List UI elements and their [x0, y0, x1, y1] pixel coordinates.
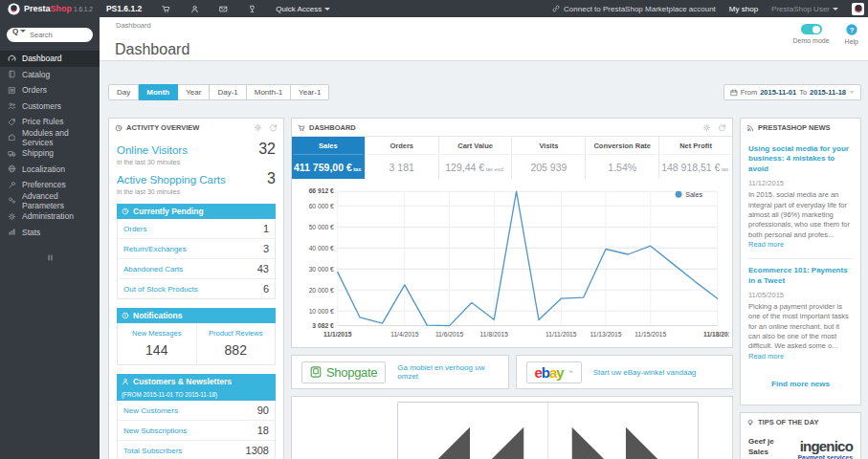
shop-version: PS1.6.1.2 [106, 4, 142, 13]
row-return-exchanges[interactable]: Return/Exchanges 3 [118, 239, 275, 259]
topbar: PrestaShop1.6.1.2 PS1.6.1.2 Quick Access… [0, 0, 868, 17]
online-visitors-label[interactable]: Online Visitors [117, 144, 188, 156]
active-carts-label[interactable]: Active Shopping Carts [117, 174, 226, 186]
page-title: Dashboard [115, 41, 189, 58]
svg-text:?: ? [849, 26, 854, 34]
row-out-of-stock-products[interactable]: Out of Stock Products 6 [118, 279, 275, 298]
my-shop-link[interactable]: My shop [729, 5, 758, 13]
range-button-month-1[interactable]: Month-1 [247, 84, 291, 100]
kpi-value: 129,44 € tax excl. [441, 162, 510, 173]
tips-of-the-day-panel: TIPS OF THE DAY ingenico Payment service… [740, 412, 861, 459]
chevron-down-icon [849, 91, 855, 94]
gear-icon[interactable] [254, 123, 262, 132]
date-range-button-group: DayMonthYearDay-1Month-1Year-1 [108, 84, 329, 100]
refresh-icon[interactable] [718, 123, 726, 132]
svg-text:11/4/2015: 11/4/2015 [390, 331, 419, 338]
sidebar-item-stats[interactable]: Stats [0, 225, 100, 241]
range-button-year-1[interactable]: Year-1 [291, 84, 329, 100]
customers-icon [8, 101, 16, 110]
sidebar-item-shipping[interactable]: Shipping [0, 145, 100, 162]
sidebar-item-modules-and-services[interactable]: Modules and Services [0, 130, 100, 146]
online-visitors-subtext: in the last 30 minutes [117, 159, 276, 165]
quick-access-label: Quick Access [276, 5, 322, 13]
cell-new-messages[interactable]: New Messages 144 [118, 323, 196, 364]
kpi-tab-visits[interactable]: Visits 205 939 [512, 137, 586, 179]
read-more-link[interactable]: Read more [748, 352, 784, 361]
forecast-nav [397, 402, 699, 459]
sidebar-item-label: Localization [22, 164, 65, 174]
sidebar-item-localization[interactable]: Localization [0, 162, 100, 178]
svg-text:Sales: Sales [685, 191, 702, 199]
brand-presta: Presta [24, 4, 51, 13]
sidebar-collapse-button[interactable] [0, 253, 100, 262]
notifications-header: Notifications [117, 308, 276, 323]
row-abandoned-carts[interactable]: Abandoned Carts 43 [118, 259, 275, 279]
sidebar-item-dashboard[interactable]: Dashboard [0, 51, 100, 67]
list-item-label: Total Subscribers [123, 447, 182, 455]
sidebar-menu: Dashboard Catalog Orders Customers Price… [0, 51, 100, 240]
user-menu[interactable]: PrestaShop User [771, 5, 838, 13]
sidebar-item-label: Advanced Parameters [22, 191, 100, 210]
ebay-trademark: ™ [568, 369, 573, 375]
date-range-picker[interactable]: From 2015-11-01 To 2015-11-18 [723, 84, 861, 100]
exclamation-icon [122, 312, 129, 319]
sidebar-item-catalog[interactable]: Catalog [0, 67, 100, 83]
row-orders[interactable]: Orders 1 [118, 219, 275, 239]
notification-label: New Messages [120, 329, 194, 338]
ingenico-logo-subtext: Payment services [798, 454, 853, 459]
sidebar-item-orders[interactable]: Orders [0, 82, 100, 98]
kpi-label: Conversion Rate [588, 137, 657, 155]
range-button-month[interactable]: Month [139, 84, 178, 100]
messages-shortcut-icon[interactable] [219, 5, 228, 13]
gear-icon[interactable] [702, 123, 711, 132]
article-title[interactable]: Ecommerce 101: Payments in a Tweet [748, 266, 853, 286]
previous-year-button[interactable] [398, 403, 547, 459]
ebay-ad: ebay™ Start uw eBay-winkel vandaag [516, 355, 734, 389]
range-button-day-1[interactable]: Day-1 [210, 84, 246, 100]
list-item-label: New Subscriptions [123, 426, 187, 435]
search-type-dropdown[interactable]: Q [12, 27, 26, 35]
range-button-year[interactable]: Year [178, 84, 210, 100]
shopgate-brand: Shopgate [326, 365, 377, 380]
list-item-label: Out of Stock Products [123, 285, 198, 294]
demo-mode-label: Demo mode [792, 37, 829, 44]
kpi-tab-orders[interactable]: Orders 3 181 [366, 137, 439, 179]
sidebar-item-administration[interactable]: Administration [0, 208, 100, 225]
book-icon [8, 70, 16, 78]
customers-shortcut-icon[interactable] [190, 5, 199, 13]
find-more-news-link[interactable]: Find more news [741, 370, 860, 400]
next-year-button[interactable] [547, 403, 698, 459]
cell-product-reviews[interactable]: Product Reviews 882 [196, 323, 276, 364]
kpi-tab-sales[interactable]: Sales 411 759,00 € tax excl. [292, 137, 366, 179]
row-new-subscriptions[interactable]: New Subscriptions 18 [118, 421, 275, 441]
currently-pending-list: Orders 1 Return/Exchanges 3 Abandoned Ca… [117, 219, 276, 299]
kpi-label: Visits [514, 137, 583, 155]
list-item-label: Abandoned Carts [123, 265, 183, 273]
kpi-tab-net-profit[interactable]: Net Profit 148 918,51 € tax excl. [659, 137, 732, 179]
help-icon[interactable]: ? [846, 24, 857, 35]
quick-access-menu[interactable]: Quick Access [276, 5, 330, 13]
user-avatar[interactable] [852, 3, 864, 15]
marketplace-link[interactable]: Connect to PrestaShop Marketplace accoun… [552, 5, 716, 13]
kpi-tab-conversion-rate[interactable]: Conversion Rate 1.54% [586, 137, 659, 179]
gear-icon [8, 212, 16, 221]
refresh-icon[interactable] [269, 123, 278, 132]
read-more-link[interactable]: Read more [748, 240, 784, 249]
double-arrow-left-icon [402, 404, 544, 459]
article-excerpt: Picking a payment provider is one of the… [748, 302, 853, 361]
shopgate-ad-link[interactable]: Ga mobiel en verhoog uw omzet [397, 363, 498, 381]
shopgate-ad: Shopgate Ga mobiel en verhoog uw omzet [291, 355, 509, 389]
stats-shortcut-icon[interactable] [248, 5, 256, 13]
content: DayMonthYearDay-1Month-1Year-1 From 2015… [100, 61, 868, 459]
row-new-customers[interactable]: New Customers 90 [118, 401, 275, 421]
row-total-subscribers[interactable]: Total Subscribers 1308 [118, 441, 275, 459]
sidebar-item-customers[interactable]: Customers [0, 98, 100, 115]
range-button-day[interactable]: Day [108, 84, 139, 100]
orders-shortcut-icon[interactable] [162, 5, 170, 13]
person-icon [122, 378, 129, 385]
ebay-ad-link[interactable]: Start uw eBay-winkel vandaag [593, 368, 697, 377]
demo-mode-toggle[interactable] [801, 24, 822, 34]
kpi-tab-cart-value[interactable]: Cart Value 129,44 € tax excl. [439, 137, 513, 179]
article-title[interactable]: Using social media for your business: 4 … [748, 144, 853, 174]
sidebar-item-advanced-parameters[interactable]: Advanced Parameters [0, 193, 100, 209]
